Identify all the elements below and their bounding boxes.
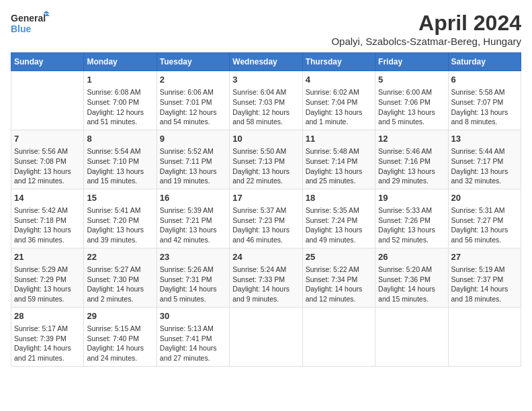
cell-info: Sunrise: 5:54 AMSunset: 7:10 PMDaylight:… [87,146,153,186]
calendar-cell: 6 Sunrise: 5:58 AMSunset: 7:07 PMDayligh… [448,71,521,130]
day-number: 14 [14,192,81,204]
day-number: 10 [232,133,299,145]
calendar-cell [448,307,521,366]
cell-info: Sunrise: 5:46 AMSunset: 7:16 PMDaylight:… [378,146,445,186]
cell-info: Sunrise: 5:15 AMSunset: 7:40 PMDaylight:… [87,324,153,363]
col-header-friday: Friday [375,53,448,71]
day-number: 23 [160,251,226,263]
week-row-5: 28 Sunrise: 5:17 AMSunset: 7:39 PMDaylig… [11,307,521,366]
col-header-wednesday: Wednesday [230,53,302,71]
cell-info: Sunrise: 6:08 AMSunset: 7:00 PMDaylight:… [87,87,153,127]
calendar-cell: 20 Sunrise: 5:31 AMSunset: 7:27 PMDaylig… [448,189,521,248]
day-number: 18 [306,192,372,204]
week-row-2: 7 Sunrise: 5:56 AMSunset: 7:08 PMDayligh… [11,130,521,189]
calendar-cell: 22 Sunrise: 5:27 AMSunset: 7:30 PMDaylig… [84,248,157,307]
svg-text:General: General [11,13,46,24]
cell-info: Sunrise: 5:41 AMSunset: 7:20 PMDaylight:… [87,205,153,245]
cell-info: Sunrise: 5:58 AMSunset: 7:07 PMDaylight:… [451,87,518,127]
day-number: 9 [160,133,226,145]
cell-info: Sunrise: 6:04 AMSunset: 7:03 PMDaylight:… [232,87,299,127]
day-number: 15 [87,192,153,204]
calendar-cell: 15 Sunrise: 5:41 AMSunset: 7:20 PMDaylig… [84,189,157,248]
day-number: 27 [451,251,518,263]
calendar-cell: 24 Sunrise: 5:24 AMSunset: 7:33 PMDaylig… [230,248,302,307]
week-row-3: 14 Sunrise: 5:42 AMSunset: 7:18 PMDaylig… [11,189,521,248]
day-number: 1 [87,74,153,86]
calendar-cell: 9 Sunrise: 5:52 AMSunset: 7:11 PMDayligh… [157,130,229,189]
calendar-cell: 25 Sunrise: 5:22 AMSunset: 7:34 PMDaylig… [302,248,375,307]
calendar-cell: 2 Sunrise: 6:06 AMSunset: 7:01 PMDayligh… [157,71,229,130]
calendar-cell: 26 Sunrise: 5:20 AMSunset: 7:36 PMDaylig… [375,248,448,307]
cell-info: Sunrise: 5:39 AMSunset: 7:21 PMDaylight:… [160,205,226,245]
cell-info: Sunrise: 5:22 AMSunset: 7:34 PMDaylight:… [306,265,372,304]
calendar-cell: 17 Sunrise: 5:37 AMSunset: 7:23 PMDaylig… [230,189,302,248]
calendar-cell: 1 Sunrise: 6:08 AMSunset: 7:00 PMDayligh… [84,71,157,130]
cell-info: Sunrise: 5:48 AMSunset: 7:14 PMDaylight:… [306,146,372,186]
cell-info: Sunrise: 5:37 AMSunset: 7:23 PMDaylight:… [232,205,299,245]
cell-info: Sunrise: 5:19 AMSunset: 7:37 PMDaylight:… [451,265,518,304]
day-number: 11 [306,133,372,145]
calendar-cell: 19 Sunrise: 5:33 AMSunset: 7:26 PMDaylig… [375,189,448,248]
day-number: 25 [306,251,372,263]
subtitle: Opalyi, Szabolcs-Szatmar-Bereg, Hungary [331,36,521,47]
main-title: April 2024 [331,11,521,36]
cell-info: Sunrise: 5:56 AMSunset: 7:08 PMDaylight:… [14,146,81,186]
calendar-cell: 10 Sunrise: 5:50 AMSunset: 7:13 PMDaylig… [230,130,302,189]
cell-info: Sunrise: 6:02 AMSunset: 7:04 PMDaylight:… [306,87,372,127]
day-number: 29 [87,310,153,322]
calendar-cell: 12 Sunrise: 5:46 AMSunset: 7:16 PMDaylig… [375,130,448,189]
calendar-cell [11,71,84,130]
cell-info: Sunrise: 6:00 AMSunset: 7:06 PMDaylight:… [378,87,445,127]
cell-info: Sunrise: 5:31 AMSunset: 7:27 PMDaylight:… [451,205,518,245]
calendar-cell [230,307,302,366]
calendar-table: SundayMondayTuesdayWednesdayThursdayFrid… [11,52,521,367]
calendar-cell [375,307,448,366]
day-number: 2 [160,74,226,86]
cell-info: Sunrise: 5:35 AMSunset: 7:24 PMDaylight:… [306,205,372,245]
day-number: 19 [378,192,445,204]
cell-info: Sunrise: 6:06 AMSunset: 7:01 PMDaylight:… [160,87,226,127]
day-number: 5 [378,74,445,86]
cell-info: Sunrise: 5:27 AMSunset: 7:30 PMDaylight:… [87,265,153,304]
calendar-cell: 16 Sunrise: 5:39 AMSunset: 7:21 PMDaylig… [157,189,229,248]
cell-info: Sunrise: 5:33 AMSunset: 7:26 PMDaylight:… [378,205,445,245]
svg-text:Blue: Blue [11,24,32,34]
cell-info: Sunrise: 5:26 AMSunset: 7:31 PMDaylight:… [160,265,226,304]
day-number: 16 [160,192,226,204]
cell-info: Sunrise: 5:13 AMSunset: 7:41 PMDaylight:… [160,324,226,363]
header: General Blue April 2024 Opalyi, Szabolcs… [11,11,521,47]
day-number: 4 [306,74,372,86]
calendar-cell: 29 Sunrise: 5:15 AMSunset: 7:40 PMDaylig… [84,307,157,366]
cell-info: Sunrise: 5:24 AMSunset: 7:33 PMDaylight:… [232,265,299,304]
day-number: 3 [232,74,299,86]
cell-info: Sunrise: 5:20 AMSunset: 7:36 PMDaylight:… [378,265,445,304]
title-block: April 2024 Opalyi, Szabolcs-Szatmar-Bere… [331,11,521,47]
calendar-cell: 3 Sunrise: 6:04 AMSunset: 7:03 PMDayligh… [230,71,302,130]
cell-info: Sunrise: 5:44 AMSunset: 7:17 PMDaylight:… [451,146,518,186]
day-number: 28 [14,310,81,322]
calendar-cell [302,307,375,366]
calendar-cell: 11 Sunrise: 5:48 AMSunset: 7:14 PMDaylig… [302,130,375,189]
week-row-4: 21 Sunrise: 5:29 AMSunset: 7:29 PMDaylig… [11,248,521,307]
day-number: 22 [87,251,153,263]
week-row-1: 1 Sunrise: 6:08 AMSunset: 7:00 PMDayligh… [11,71,521,130]
cell-info: Sunrise: 5:52 AMSunset: 7:11 PMDaylight:… [160,146,226,186]
header-row: SundayMondayTuesdayWednesdayThursdayFrid… [11,53,521,71]
calendar-cell: 28 Sunrise: 5:17 AMSunset: 7:39 PMDaylig… [11,307,84,366]
svg-marker-2 [43,11,50,13]
day-number: 24 [232,251,299,263]
day-number: 12 [378,133,445,145]
cell-info: Sunrise: 5:50 AMSunset: 7:13 PMDaylight:… [232,146,299,186]
calendar-cell: 4 Sunrise: 6:02 AMSunset: 7:04 PMDayligh… [302,71,375,130]
day-number: 7 [14,133,81,145]
calendar-cell: 7 Sunrise: 5:56 AMSunset: 7:08 PMDayligh… [11,130,84,189]
day-number: 8 [87,133,153,145]
calendar-cell: 8 Sunrise: 5:54 AMSunset: 7:10 PMDayligh… [84,130,157,189]
col-header-sunday: Sunday [11,53,84,71]
day-number: 21 [14,251,81,263]
col-header-saturday: Saturday [448,53,521,71]
day-number: 17 [232,192,299,204]
calendar-cell: 23 Sunrise: 5:26 AMSunset: 7:31 PMDaylig… [157,248,229,307]
cell-info: Sunrise: 5:42 AMSunset: 7:18 PMDaylight:… [14,205,81,245]
col-header-thursday: Thursday [302,53,375,71]
